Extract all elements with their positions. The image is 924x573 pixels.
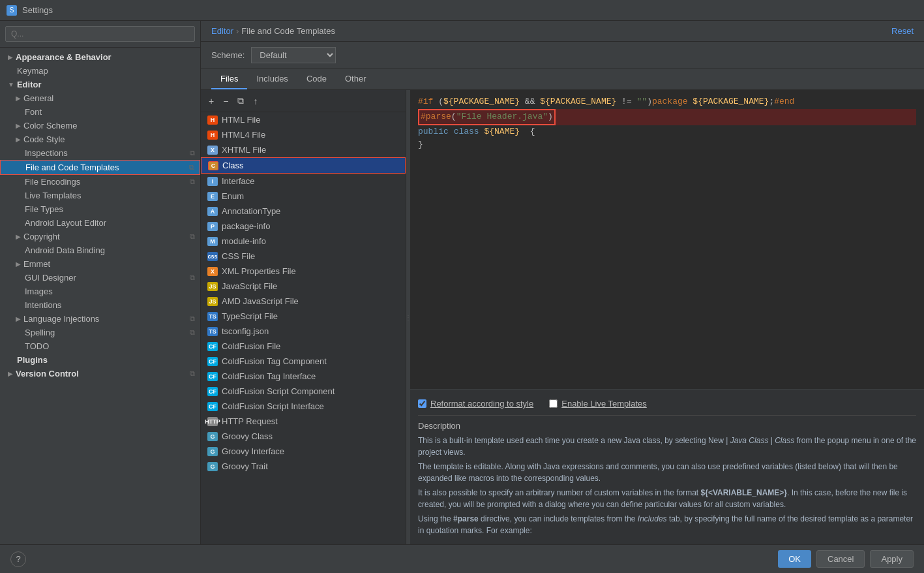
sidebar-item-gui-designer[interactable]: GUI Designer⧉ xyxy=(0,271,200,285)
file-item-label: JavaScript File xyxy=(222,281,277,291)
file-item-annotation-type[interactable]: AAnnotationType xyxy=(201,204,406,219)
sidebar-item-keymap[interactable]: Keymap xyxy=(0,64,200,78)
apply-button[interactable]: Apply xyxy=(870,550,914,568)
file-icon-groovy-trait: G xyxy=(207,462,218,471)
copy-icon: ⧉ xyxy=(190,149,195,157)
file-item-amd-javascript-file[interactable]: JSAMD JavaScript File xyxy=(201,294,406,309)
sidebar-item-android-data-binding[interactable]: Android Data Binding xyxy=(0,243,200,257)
export-template-button[interactable]: ↑ xyxy=(250,95,260,108)
file-item-label: TypeScript File xyxy=(222,311,278,321)
file-icon-tsconfig-json: TS xyxy=(207,327,218,336)
live-templates-checkbox[interactable] xyxy=(549,399,558,408)
sidebar-item-color-scheme[interactable]: ▶Color Scheme xyxy=(0,119,200,132)
sidebar-item-label: Font xyxy=(25,107,42,117)
file-icon-groovy-interface: G xyxy=(207,447,218,456)
file-item-css-file[interactable]: cssCSS File xyxy=(201,249,406,264)
copy-icon: ⧉ xyxy=(190,315,195,323)
reformat-checkbox-label[interactable]: Reformat according to style xyxy=(418,399,533,409)
scheme-select[interactable]: Default Project xyxy=(251,47,336,63)
sidebar-item-label: GUI Designer xyxy=(25,273,76,283)
copy-template-button[interactable]: ⧉ xyxy=(235,94,246,108)
file-item-http-request[interactable]: HTTPHTTP Request xyxy=(201,414,406,429)
search-input[interactable] xyxy=(5,26,195,42)
reset-button[interactable]: Reset xyxy=(891,26,914,36)
help-button[interactable]: ? xyxy=(10,551,26,567)
reformat-checkbox[interactable] xyxy=(418,399,426,408)
file-item-groovy-class[interactable]: GGroovy Class xyxy=(201,429,406,444)
sidebar-item-plugins[interactable]: Plugins xyxy=(0,353,200,367)
file-item-tsconfig-json[interactable]: TStsconfig.json xyxy=(201,324,406,339)
sidebar-item-label: Keymap xyxy=(17,66,48,76)
tab-files[interactable]: Files xyxy=(211,69,247,89)
tab-code[interactable]: Code xyxy=(297,69,336,89)
file-item-class[interactable]: CClass xyxy=(201,157,406,174)
file-item-coldfusion-tag-component[interactable]: CFColdFusion Tag Component xyxy=(201,354,406,369)
file-item-typescript-file[interactable]: TSTypeScript File xyxy=(201,309,406,324)
sidebar-item-version-control[interactable]: ▶Version Control⧉ xyxy=(0,367,200,380)
file-item-coldfusion-file[interactable]: CFColdFusion File xyxy=(201,339,406,354)
file-item-coldfusion-script-component[interactable]: CFColdFusion Script Component xyxy=(201,384,406,399)
file-item-xhtml-file[interactable]: XXHTML File xyxy=(201,142,406,157)
sidebar-item-todo[interactable]: TODO xyxy=(0,339,200,353)
file-icon-xml-properties-file: X xyxy=(207,267,218,276)
live-templates-checkbox-label[interactable]: Enable Live Templates xyxy=(549,399,647,409)
sidebar-item-intentions[interactable]: Intentions xyxy=(0,298,200,312)
file-item-groovy-trait[interactable]: GGroovy Trait xyxy=(201,459,406,474)
ok-button[interactable]: OK xyxy=(778,550,811,568)
file-item-interface[interactable]: IInterface xyxy=(201,174,406,189)
breadcrumb-root[interactable]: Editor xyxy=(211,26,233,36)
copy-icon: ⧉ xyxy=(190,328,195,337)
add-template-button[interactable]: + xyxy=(206,95,216,108)
file-item-enum[interactable]: EEnum xyxy=(201,189,406,204)
sidebar-item-emmet[interactable]: ▶Emmet xyxy=(0,257,200,271)
file-item-html4-file[interactable]: HHTML4 File xyxy=(201,127,406,142)
breadcrumb-separator: › xyxy=(236,26,239,36)
sidebar-item-font[interactable]: Font xyxy=(0,105,200,119)
sidebar-item-general[interactable]: ▶General xyxy=(0,91,200,105)
file-icon-html-file: H xyxy=(207,116,218,125)
tab-other[interactable]: Other xyxy=(336,69,376,89)
code-editor[interactable]: #if (${PACKAGE_NAME} && ${PACKAGE_NAME} … xyxy=(410,90,924,389)
file-item-label: ColdFusion Tag Interface xyxy=(222,371,316,381)
sidebar-item-language-injections[interactable]: ▶Language Injections⧉ xyxy=(0,312,200,326)
sidebar-item-file-types[interactable]: File Types xyxy=(0,202,200,216)
tab-includes[interactable]: Includes xyxy=(247,69,297,89)
sidebar-item-label: Inspections xyxy=(25,148,68,158)
remove-template-button[interactable]: − xyxy=(220,95,231,108)
file-item-groovy-interface[interactable]: GGroovy Interface xyxy=(201,444,406,459)
sidebar-item-android-layout-editor[interactable]: Android Layout Editor xyxy=(0,216,200,230)
sidebar-item-appearance[interactable]: ▶Appearance & Behavior xyxy=(0,50,200,64)
sidebar-item-file-and-code-templates[interactable]: File and Code Templates⧉ xyxy=(0,160,200,175)
sidebar-item-spelling[interactable]: Spelling⧉ xyxy=(0,326,200,339)
file-item-label: Groovy Class xyxy=(222,431,273,441)
sidebar-item-label: Images xyxy=(25,286,53,296)
file-item-coldfusion-tag-interface[interactable]: CFColdFusion Tag Interface xyxy=(201,369,406,384)
sidebar-item-inspections[interactable]: Inspections⧉ xyxy=(0,146,200,160)
file-item-coldfusion-script-interface[interactable]: CFColdFusion Script Interface xyxy=(201,399,406,414)
cancel-button[interactable]: Cancel xyxy=(816,550,865,568)
sidebar-item-code-style[interactable]: ▶Code Style xyxy=(0,132,200,146)
copy-icon: ⧉ xyxy=(190,232,195,241)
action-buttons: OK Cancel Apply xyxy=(778,550,914,568)
sidebar-item-label: Editor xyxy=(17,80,42,89)
file-item-label: Enum xyxy=(222,191,244,201)
sidebar-item-images[interactable]: Images xyxy=(0,285,200,298)
arrow-icon: ▶ xyxy=(16,122,21,129)
file-item-xml-properties-file[interactable]: XXML Properties File xyxy=(201,264,406,279)
description-title: Description xyxy=(418,421,916,431)
sidebar-item-label: General xyxy=(23,93,53,103)
file-item-javascript-file[interactable]: JSJavaScript File xyxy=(201,279,406,294)
file-item-package-info[interactable]: Ppackage-info xyxy=(201,219,406,234)
sidebar-item-file-encodings[interactable]: File Encodings⧉ xyxy=(0,175,200,189)
sidebar-item-label: Intentions xyxy=(25,300,61,310)
sidebar-item-copyright[interactable]: ▶Copyright⧉ xyxy=(0,230,200,243)
sidebar-item-label: Copyright xyxy=(23,232,60,241)
file-item-label: package-info xyxy=(222,221,270,231)
sidebar-item-editor[interactable]: ▼Editor xyxy=(0,78,200,91)
file-item-html-file[interactable]: HHTML File xyxy=(201,112,406,127)
sidebar-item-live-templates[interactable]: Live Templates xyxy=(0,189,200,202)
sidebar-item-label: TODO xyxy=(25,341,49,351)
file-item-module-info[interactable]: Mmodule-info xyxy=(201,234,406,249)
file-item-label: HTTP Request xyxy=(222,416,278,426)
file-item-label: AnnotationType xyxy=(222,206,280,216)
